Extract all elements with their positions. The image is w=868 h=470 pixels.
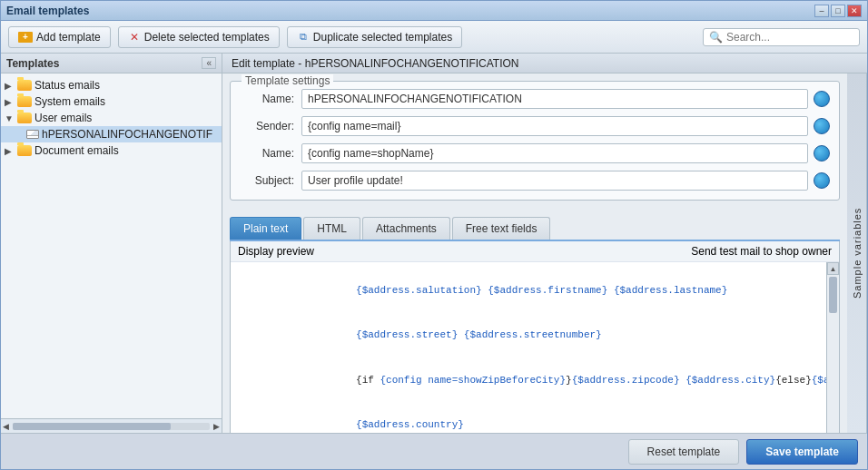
scroll-thumb [13, 423, 171, 430]
name-input-wrap [301, 89, 832, 109]
name2-globe-icon [814, 145, 830, 162]
name-label: Name: [238, 93, 301, 105]
code-line-4: {$address.country} [236, 403, 821, 434]
delete-template-button[interactable]: ✕ Delete selected templates [118, 26, 280, 48]
tree-label-status: Status emails [35, 79, 100, 92]
name-input[interactable] [301, 89, 808, 109]
scroll-left-arrow[interactable]: ◀ [3, 422, 9, 431]
scroll-track-v [827, 275, 839, 433]
scroll-track [13, 423, 210, 430]
tab-content: Display preview Send test mail to shop o… [230, 241, 840, 433]
right-content: Template settings Name: [222, 73, 847, 433]
window-controls: – □ ✕ [814, 5, 862, 17]
content-area: Template settings Name: [222, 73, 867, 433]
sender-globe-button[interactable] [812, 116, 832, 136]
delete-template-label: Delete selected templates [144, 31, 270, 44]
code-line-1: {$address.salutation} {$address.firstnam… [236, 268, 821, 313]
send-test-mail-label: Send test mail to shop owner [691, 245, 832, 258]
scroll-right-arrow[interactable]: ▶ [213, 422, 220, 431]
tree-label-user: User emails [35, 112, 92, 124]
delete-template-icon: ✕ [128, 31, 141, 44]
folder-icon-system [17, 96, 32, 107]
panel-header: Templates « [1, 54, 222, 73]
right-panel: Edit template - hPERSONALINFOCHANGENOTIF… [222, 54, 867, 433]
settings-title: Template settings [242, 74, 333, 87]
main-area: Templates « ▶ Status emails ▶ System ema… [1, 54, 867, 433]
code-editor[interactable]: {$address.salutation} {$address.firstnam… [231, 262, 826, 433]
tree-label-system: System emails [35, 95, 105, 108]
tabs-section: Plain text HTML Attachments Free text fi… [230, 217, 840, 433]
tree-item-status[interactable]: ▶ Status emails [1, 77, 222, 93]
sample-variables-sidebar[interactable]: Sample variables [847, 73, 867, 433]
folder-icon-status [17, 80, 32, 91]
left-panel-scrollbar: ◀ ▶ [1, 418, 222, 433]
edit-header: Edit template - hPERSONALINFOCHANGENOTIF… [222, 54, 867, 73]
duplicate-template-label: Duplicate selected templates [313, 31, 452, 44]
collapse-panel-button[interactable]: « [202, 57, 216, 69]
maximize-button[interactable]: □ [831, 5, 845, 17]
expand-icon-system: ▶ [5, 97, 17, 107]
panel-title: Templates [6, 57, 59, 70]
subject-globe-button[interactable] [812, 171, 832, 191]
sender-label: Sender: [238, 120, 301, 132]
bottom-bar: Reset template Save template [1, 433, 867, 469]
tab-plain-text[interactable]: Plain text [230, 217, 301, 240]
tree-label-hpersonal: hPERSONALINFOCHANGENOTIF [42, 128, 212, 141]
tree-area: ▶ Status emails ▶ System emails ▼ User e… [1, 73, 222, 418]
code-line-2: {$address.street} {$address.streetnumber… [236, 313, 821, 358]
expand-icon-user: ▼ [5, 113, 17, 123]
subject-input[interactable] [301, 171, 808, 191]
display-preview-label: Display preview [238, 245, 314, 258]
scroll-up-arrow[interactable]: ▲ [827, 262, 839, 275]
edit-title: Edit template - hPERSONALINFOCHANGENOTIF… [232, 57, 519, 70]
name2-input[interactable] [301, 143, 808, 163]
name-globe-button[interactable] [812, 89, 832, 109]
expand-icon-status: ▶ [5, 81, 17, 91]
window-title: Email templates [6, 5, 89, 17]
search-input[interactable] [726, 31, 853, 44]
add-template-icon: + [18, 32, 33, 43]
tree-item-user[interactable]: ▼ User emails [1, 110, 222, 126]
name2-globe-button[interactable] [812, 143, 832, 163]
expand-icon-document: ▶ [5, 146, 17, 156]
name2-input-wrap [301, 143, 832, 163]
form-row-subject: Subject: [238, 171, 832, 191]
email-templates-window: Email templates – □ ✕ + Add template ✕ D… [0, 0, 868, 470]
search-icon: 🔍 [709, 31, 723, 44]
vertical-scrollbar: ▲ ▼ [826, 262, 839, 433]
search-box: 🔍 [703, 28, 860, 46]
folder-icon-user [17, 113, 32, 123]
reset-template-button[interactable]: Reset template [628, 439, 740, 465]
duplicate-template-button[interactable]: ⧉ Duplicate selected templates [287, 26, 462, 48]
folder-icon-document [17, 145, 32, 156]
sample-variables-label: Sample variables [852, 208, 863, 299]
tree-item-hpersonal[interactable]: hPERSONALINFOCHANGENOTIF [1, 126, 222, 142]
save-template-button[interactable]: Save template [746, 439, 858, 465]
left-panel: Templates « ▶ Status emails ▶ System ema… [1, 54, 222, 433]
name-globe-icon [814, 91, 830, 107]
minimize-button[interactable]: – [814, 5, 829, 17]
add-template-label: Add template [36, 31, 101, 44]
form-row-name2: Name: [238, 143, 832, 163]
tab-bar: Plain text HTML Attachments Free text fi… [230, 217, 840, 241]
tab-editor: {$address.salutation} {$address.firstnam… [231, 262, 839, 433]
tree-item-system[interactable]: ▶ System emails [1, 93, 222, 110]
tab-free-text[interactable]: Free text fields [452, 217, 551, 240]
tree-label-document: Document emails [35, 144, 119, 157]
subject-globe-icon [814, 172, 830, 189]
main-toolbar: + Add template ✕ Delete selected templat… [1, 21, 867, 54]
tab-toolbar: Display preview Send test mail to shop o… [231, 241, 839, 262]
add-template-button[interactable]: + Add template [8, 26, 111, 48]
name2-label: Name: [238, 147, 301, 160]
tab-html[interactable]: HTML [303, 217, 360, 240]
tab-attachments[interactable]: Attachments [362, 217, 450, 240]
subject-input-wrap [301, 171, 832, 191]
settings-section: Template settings Name: [230, 81, 840, 201]
tree-item-document[interactable]: ▶ Document emails [1, 142, 222, 159]
form-row-sender: Sender: [238, 116, 832, 136]
subject-label: Subject: [238, 174, 301, 187]
titlebar: Email templates – □ ✕ [1, 1, 867, 21]
form-row-name: Name: [238, 89, 832, 109]
close-button[interactable]: ✕ [847, 5, 862, 17]
sender-input[interactable] [301, 116, 808, 136]
